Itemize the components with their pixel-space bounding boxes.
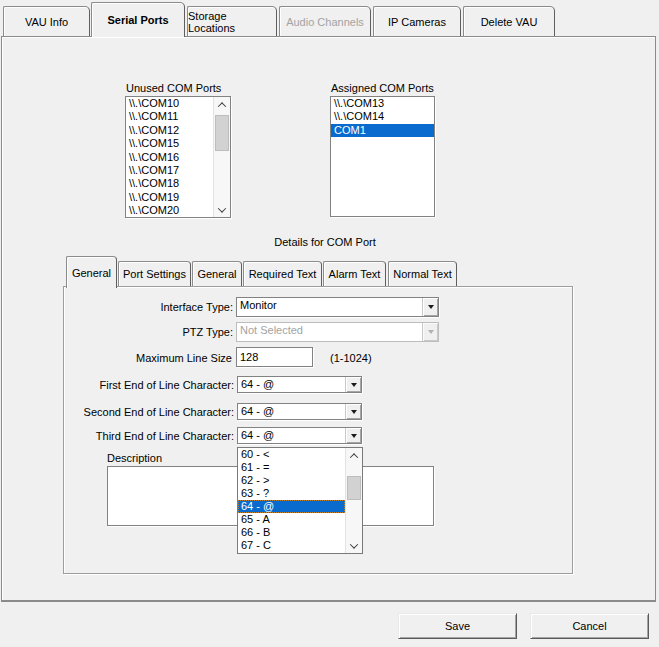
list-item[interactable]: \\.\COM10 — [126, 97, 213, 110]
scrollbar[interactable] — [345, 448, 362, 553]
tab-label: Serial Ports — [107, 14, 168, 26]
interface-type-select[interactable]: Monitor — [236, 297, 439, 317]
scrollbar-thumb[interactable] — [347, 476, 361, 500]
chevron-down-icon — [218, 204, 226, 212]
tab-storage-locations[interactable]: Storage Locations — [187, 6, 277, 36]
list-item[interactable]: \\.\COM16 — [126, 151, 213, 164]
tab-audio-channels: Audio Channels — [279, 6, 371, 36]
vau-settings-window: VAU Info Serial Ports Storage Locations … — [0, 0, 659, 647]
ptz-type-label: PTZ Type: — [60, 326, 233, 339]
tab-label: Required Text — [249, 268, 317, 280]
details-title: Details for COM Port — [240, 236, 410, 249]
ptz-type-select: Not Selected — [236, 322, 439, 342]
tab-label: Normal Text — [393, 268, 451, 280]
third-eol-label: Third End of Line Character: — [60, 430, 234, 443]
tab-delete-vau[interactable]: Delete VAU — [463, 6, 555, 36]
tab-vau-info[interactable]: VAU Info — [3, 6, 90, 36]
tab-label: General — [72, 267, 111, 279]
first-eol-label: First End of Line Character: — [60, 379, 234, 392]
combo-dropdown-button[interactable] — [345, 377, 361, 392]
tab-ip-cameras[interactable]: IP Cameras — [373, 6, 461, 36]
combo-value: 64 - @ — [238, 428, 345, 443]
combo-value: 64 - @ — [238, 377, 345, 392]
list-item-selected[interactable]: COM1 — [331, 124, 434, 137]
list-item[interactable]: \\.\COM20 — [126, 204, 213, 217]
detail-tab-normal-text[interactable]: Normal Text — [388, 261, 457, 286]
chevron-down-icon — [351, 383, 357, 387]
description-label: Description — [107, 452, 162, 465]
dropdown-item[interactable]: 65 - A — [238, 513, 345, 526]
chevron-down-icon — [428, 330, 434, 334]
list-item[interactable]: \\.\COM13 — [331, 97, 434, 110]
tab-label: VAU Info — [25, 16, 68, 28]
detail-tab-port-settings[interactable]: Port Settings — [118, 261, 191, 286]
scrollbar[interactable] — [213, 97, 230, 217]
list-item[interactable]: \\.\COM15 — [126, 137, 213, 150]
first-eol-select[interactable]: 64 - @ — [237, 376, 362, 393]
chevron-down-icon — [351, 434, 357, 438]
max-line-size-input[interactable] — [236, 347, 313, 367]
detail-tab-alarm-text[interactable]: Alarm Text — [323, 261, 386, 286]
chevron-down-icon — [350, 540, 358, 548]
combo-dropdown-button — [422, 323, 438, 341]
chevron-down-icon — [351, 410, 357, 414]
second-eol-label: Second End of Line Character: — [60, 406, 234, 419]
combo-value: Monitor — [237, 298, 422, 316]
tab-label: Storage Locations — [188, 10, 276, 34]
chevron-up-icon — [350, 453, 358, 461]
dropdown-item[interactable]: 62 - > — [238, 474, 345, 487]
dropdown-item-selected[interactable]: 64 - @ — [238, 500, 345, 513]
tab-label: General — [197, 268, 236, 280]
max-line-size-range-hint: (1-1024) — [330, 352, 372, 365]
max-line-size-label: Maximum Line Size — [60, 352, 232, 365]
combo-dropdown-button[interactable] — [345, 428, 361, 443]
third-eol-select[interactable]: 64 - @ — [237, 427, 362, 444]
list-item[interactable]: \\.\COM18 — [126, 177, 213, 190]
dropdown-item[interactable]: 67 - C — [238, 539, 345, 552]
unused-com-ports-label: Unused COM Ports — [126, 82, 221, 95]
dropdown-item[interactable]: 63 - ? — [238, 487, 345, 500]
list-item[interactable]: \\.\COM19 — [126, 191, 213, 204]
tab-label: Alarm Text — [329, 268, 381, 280]
eol-dropdown-list[interactable]: 60 - < 61 - = 62 - > 63 - ? 64 - @ 65 - … — [237, 447, 363, 554]
detail-tab-required-text[interactable]: Required Text — [243, 261, 322, 286]
tab-label: Delete VAU — [481, 16, 538, 28]
tab-label: Audio Channels — [286, 16, 364, 28]
dropdown-item[interactable]: 61 - = — [238, 461, 345, 474]
assigned-com-ports-label: Assigned COM Ports — [331, 82, 434, 95]
tab-label: Port Settings — [123, 268, 186, 280]
second-eol-select[interactable]: 64 - @ — [237, 403, 362, 420]
unused-com-ports-list[interactable]: \\.\COM10 \\.\COM11 \\.\COM12 \\.\COM15 … — [125, 96, 231, 218]
cancel-button[interactable]: Cancel — [530, 613, 649, 639]
tab-serial-ports[interactable]: Serial Ports — [91, 2, 185, 37]
scroll-up-button[interactable] — [346, 448, 362, 463]
interface-type-label: Interface Type: — [60, 301, 233, 314]
scroll-down-button[interactable] — [214, 202, 230, 217]
dropdown-item[interactable]: 66 - B — [238, 526, 345, 539]
combo-value: Not Selected — [237, 323, 422, 341]
chevron-up-icon — [218, 102, 226, 110]
scrollbar-thumb[interactable] — [215, 115, 229, 151]
list-item[interactable]: \\.\COM17 — [126, 164, 213, 177]
chevron-down-icon — [428, 305, 434, 309]
save-button[interactable]: Save — [398, 613, 517, 639]
combo-dropdown-button[interactable] — [422, 298, 438, 316]
assigned-com-ports-list[interactable]: \\.\COM13 \\.\COM14 COM1 — [330, 96, 435, 217]
detail-tab-general-2[interactable]: General — [192, 261, 242, 286]
scroll-up-button[interactable] — [214, 97, 230, 112]
list-item[interactable]: \\.\COM14 — [331, 110, 434, 123]
scroll-down-button[interactable] — [346, 538, 362, 553]
combo-value: 64 - @ — [238, 404, 345, 419]
list-item[interactable]: \\.\COM12 — [126, 124, 213, 137]
combo-dropdown-button[interactable] — [345, 404, 361, 419]
dropdown-item[interactable]: 60 - < — [238, 448, 345, 461]
detail-tab-general[interactable]: General — [66, 256, 117, 288]
tab-label: IP Cameras — [388, 16, 446, 28]
list-item[interactable]: \\.\COM11 — [126, 110, 213, 123]
